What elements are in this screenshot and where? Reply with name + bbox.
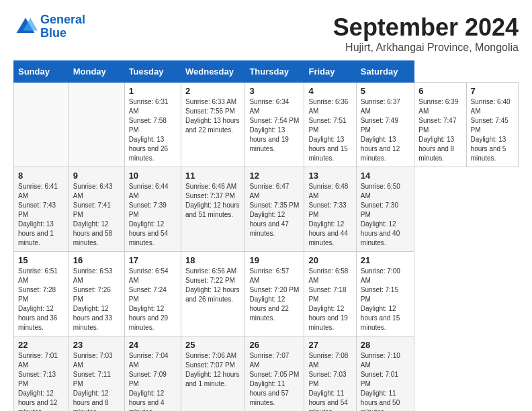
calendar-body: 1 Sunrise: 6:31 AMSunset: 7:58 PMDayligh… <box>14 83 519 412</box>
calendar-cell: 15 Sunrise: 6:51 AMSunset: 7:28 PMDaylig… <box>14 252 69 336</box>
calendar-cell: 27 Sunrise: 7:08 AMSunset: 7:03 PMDaylig… <box>304 336 356 412</box>
location: Hujirt, Arkhangai Province, Mongolia <box>333 42 519 54</box>
calendar-cell: 20 Sunrise: 6:58 AMSunset: 7:18 PMDaylig… <box>304 252 356 336</box>
calendar-week-row: 22 Sunrise: 7:01 AMSunset: 7:13 PMDaylig… <box>14 336 519 412</box>
calendar-cell: 26 Sunrise: 7:07 AMSunset: 7:05 PMDaylig… <box>245 336 304 412</box>
title-area: September 2024 Hujirt, Arkhangai Provinc… <box>333 13 519 54</box>
day-number: 19 <box>249 255 300 265</box>
day-detail: Sunrise: 7:06 AMSunset: 7:07 PMDaylight:… <box>185 352 240 387</box>
day-number: 3 <box>249 86 300 96</box>
day-number: 15 <box>18 255 64 265</box>
day-number: 22 <box>18 340 64 350</box>
calendar-cell: 23 Sunrise: 7:03 AMSunset: 7:11 PMDaylig… <box>69 336 124 412</box>
day-detail: Sunrise: 7:00 AMSunset: 7:15 PMDaylight:… <box>361 267 400 331</box>
calendar-cell: 16 Sunrise: 6:53 AMSunset: 7:26 PMDaylig… <box>69 252 124 336</box>
day-number: 18 <box>185 255 240 265</box>
day-detail: Sunrise: 6:57 AMSunset: 7:20 PMDaylight:… <box>249 267 299 322</box>
day-detail: Sunrise: 6:44 AMSunset: 7:39 PMDaylight:… <box>129 183 169 246</box>
day-number: 5 <box>361 86 410 96</box>
day-number: 14 <box>361 171 410 181</box>
month-title: September 2024 <box>333 13 519 42</box>
calendar-cell: 25 Sunrise: 7:06 AMSunset: 7:07 PMDaylig… <box>181 336 245 412</box>
day-detail: Sunrise: 6:47 AMSunset: 7:35 PMDaylight:… <box>249 183 299 237</box>
day-detail: Sunrise: 6:39 AMSunset: 7:47 PMDaylight:… <box>418 98 458 162</box>
calendar-cell: 12 Sunrise: 6:47 AMSunset: 7:35 PMDaylig… <box>245 167 304 252</box>
day-number: 8 <box>18 171 64 181</box>
day-detail: Sunrise: 7:04 AMSunset: 7:09 PMDaylight:… <box>129 352 169 411</box>
calendar-cell: 11 Sunrise: 6:46 AMSunset: 7:37 PMDaylig… <box>181 167 245 252</box>
calendar-cell: 17 Sunrise: 6:54 AMSunset: 7:24 PMDaylig… <box>124 252 181 336</box>
weekday-header: Friday <box>304 61 356 83</box>
day-detail: Sunrise: 6:51 AMSunset: 7:28 PMDaylight:… <box>18 267 58 331</box>
calendar-cell: 5 Sunrise: 6:37 AMSunset: 7:49 PMDayligh… <box>356 83 414 167</box>
day-number: 23 <box>73 340 120 350</box>
day-detail: Sunrise: 6:37 AMSunset: 7:49 PMDaylight:… <box>361 98 400 162</box>
day-detail: Sunrise: 6:41 AMSunset: 7:43 PMDaylight:… <box>18 183 58 246</box>
calendar-cell: 13 Sunrise: 6:48 AMSunset: 7:33 PMDaylig… <box>304 167 356 252</box>
day-number: 6 <box>418 86 461 96</box>
calendar-cell: 9 Sunrise: 6:43 AMSunset: 7:41 PMDayligh… <box>69 167 124 252</box>
calendar-cell: 8 Sunrise: 6:41 AMSunset: 7:43 PMDayligh… <box>14 167 69 252</box>
calendar-week-row: 1 Sunrise: 6:31 AMSunset: 7:58 PMDayligh… <box>14 83 519 167</box>
day-detail: Sunrise: 6:33 AMSunset: 7:56 PMDaylight:… <box>185 98 240 134</box>
logo: General Blue <box>13 13 85 40</box>
day-detail: Sunrise: 7:03 AMSunset: 7:11 PMDaylight:… <box>73 352 113 411</box>
calendar-cell <box>14 83 69 167</box>
weekday-header: Monday <box>69 61 124 83</box>
calendar-cell: 22 Sunrise: 7:01 AMSunset: 7:13 PMDaylig… <box>14 336 69 412</box>
weekday-header: Thursday <box>245 61 304 83</box>
weekday-header: Sunday <box>14 61 69 83</box>
logo-icon <box>13 15 38 39</box>
calendar-cell: 18 Sunrise: 6:56 AMSunset: 7:22 PMDaylig… <box>181 252 245 336</box>
day-number: 21 <box>361 255 410 265</box>
day-number: 25 <box>185 340 240 350</box>
calendar-week-row: 8 Sunrise: 6:41 AMSunset: 7:43 PMDayligh… <box>14 167 519 252</box>
day-number: 27 <box>308 340 351 350</box>
day-detail: Sunrise: 7:08 AMSunset: 7:03 PMDaylight:… <box>308 352 348 411</box>
calendar-table: SundayMondayTuesdayWednesdayThursdayFrid… <box>13 60 519 411</box>
day-number: 4 <box>308 86 351 96</box>
day-detail: Sunrise: 6:34 AMSunset: 7:54 PMDaylight:… <box>249 98 299 152</box>
day-detail: Sunrise: 6:58 AMSunset: 7:18 PMDaylight:… <box>308 267 348 331</box>
logo-text: General Blue <box>40 13 85 40</box>
calendar-cell: 10 Sunrise: 6:44 AMSunset: 7:39 PMDaylig… <box>124 167 181 252</box>
day-number: 13 <box>308 171 351 181</box>
day-detail: Sunrise: 6:56 AMSunset: 7:22 PMDaylight:… <box>185 267 240 303</box>
calendar-cell: 14 Sunrise: 6:50 AMSunset: 7:30 PMDaylig… <box>356 167 414 252</box>
day-number: 2 <box>185 86 240 96</box>
calendar-cell: 4 Sunrise: 6:36 AMSunset: 7:51 PMDayligh… <box>304 83 356 167</box>
day-detail: Sunrise: 6:36 AMSunset: 7:51 PMDaylight:… <box>308 98 348 162</box>
calendar-cell: 3 Sunrise: 6:34 AMSunset: 7:54 PMDayligh… <box>245 83 304 167</box>
day-detail: Sunrise: 6:53 AMSunset: 7:26 PMDaylight:… <box>73 267 113 331</box>
page-header: General Blue September 2024 Hujirt, Arkh… <box>13 13 519 54</box>
weekday-header: Wednesday <box>181 61 245 83</box>
day-detail: Sunrise: 6:54 AMSunset: 7:24 PMDaylight:… <box>129 267 169 331</box>
calendar-cell: 21 Sunrise: 7:00 AMSunset: 7:15 PMDaylig… <box>356 252 414 336</box>
day-number: 12 <box>249 171 300 181</box>
calendar-cell: 19 Sunrise: 6:57 AMSunset: 7:20 PMDaylig… <box>245 252 304 336</box>
day-detail: Sunrise: 6:46 AMSunset: 7:37 PMDaylight:… <box>185 183 240 218</box>
calendar-cell: 6 Sunrise: 6:39 AMSunset: 7:47 PMDayligh… <box>414 83 466 167</box>
day-number: 16 <box>73 255 120 265</box>
day-number: 10 <box>129 171 177 181</box>
day-number: 17 <box>129 255 177 265</box>
day-detail: Sunrise: 6:31 AMSunset: 7:58 PMDaylight:… <box>129 98 169 162</box>
day-detail: Sunrise: 7:01 AMSunset: 7:13 PMDaylight:… <box>18 352 58 411</box>
day-number: 1 <box>129 86 177 96</box>
day-detail: Sunrise: 6:48 AMSunset: 7:33 PMDaylight:… <box>308 183 348 246</box>
day-number: 11 <box>185 171 240 181</box>
day-number: 20 <box>308 255 351 265</box>
calendar-cell: 24 Sunrise: 7:04 AMSunset: 7:09 PMDaylig… <box>124 336 181 412</box>
calendar-week-row: 15 Sunrise: 6:51 AMSunset: 7:28 PMDaylig… <box>14 252 519 336</box>
day-number: 28 <box>361 340 410 350</box>
day-number: 26 <box>249 340 300 350</box>
calendar-cell <box>69 83 124 167</box>
weekday-header: Tuesday <box>124 61 181 83</box>
day-detail: Sunrise: 7:10 AMSunset: 7:01 PMDaylight:… <box>361 352 400 411</box>
day-number: 9 <box>73 171 120 181</box>
day-detail: Sunrise: 7:07 AMSunset: 7:05 PMDaylight:… <box>249 352 299 406</box>
calendar-header: SundayMondayTuesdayWednesdayThursdayFrid… <box>14 61 519 83</box>
day-detail: Sunrise: 6:43 AMSunset: 7:41 PMDaylight:… <box>73 183 113 246</box>
day-detail: Sunrise: 6:40 AMSunset: 7:45 PMDaylight:… <box>471 98 511 162</box>
calendar-cell: 1 Sunrise: 6:31 AMSunset: 7:58 PMDayligh… <box>124 83 181 167</box>
